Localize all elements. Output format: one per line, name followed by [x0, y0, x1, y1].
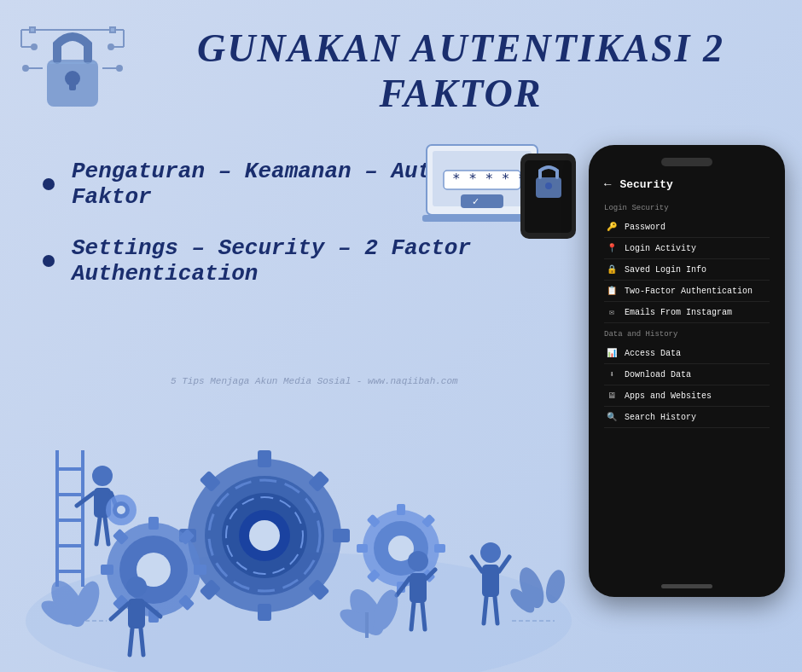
phone-mockup: ← Security Login Security 🔑 Password 📍 L…: [589, 145, 793, 605]
svg-point-3: [32, 44, 37, 49]
gear-people-illustration: [0, 382, 597, 672]
svg-rect-90: [410, 573, 427, 603]
menu-item-password[interactable]: 🔑 Password: [604, 217, 770, 238]
section-data-history: Data and History: [604, 330, 770, 339]
svg-point-11: [117, 66, 122, 71]
menu-item-two-factor[interactable]: 📋 Two-Factor Authentication: [604, 281, 770, 302]
svg-rect-69: [55, 467, 84, 471]
lock-icon-container: [17, 17, 137, 128]
svg-point-83: [126, 576, 147, 597]
svg-rect-61: [357, 544, 368, 553]
login-activity-icon: 📍: [606, 242, 618, 254]
main-title: GUNAKAN AUTENTIKASI 2 FAKTOR: [26, 26, 776, 116]
svg-point-9: [23, 66, 28, 71]
svg-point-34: [249, 520, 280, 551]
svg-line-88: [141, 629, 143, 655]
phone-home-bar: [661, 584, 712, 588]
svg-line-79: [105, 518, 108, 544]
svg-rect-12: [30, 27, 35, 32]
svg-point-7: [108, 44, 113, 49]
illustration-area: [0, 382, 597, 672]
download-data-icon: ⬇: [606, 368, 618, 380]
two-factor-icon: 📋: [606, 285, 618, 297]
back-arrow-icon[interactable]: ←: [604, 177, 611, 191]
svg-text:✓: ✓: [472, 196, 479, 206]
search-history-icon: 🔍: [606, 411, 618, 423]
svg-line-94: [422, 603, 425, 629]
menu-item-apps-websites[interactable]: 🖥 Apps and Websites: [604, 385, 770, 407]
section-login-security: Login Security: [604, 204, 770, 212]
svg-rect-84: [128, 599, 145, 629]
svg-rect-35: [258, 450, 271, 467]
svg-point-82: [117, 506, 125, 514]
phone-header: ← Security: [604, 177, 770, 195]
access-data-icon: 📊: [606, 347, 618, 359]
svg-rect-71: [55, 518, 84, 522]
svg-rect-59: [397, 504, 405, 515]
menu-item-search-history[interactable]: 🔍 Search History: [604, 407, 770, 428]
lock-circuit-icon: [17, 17, 128, 119]
svg-rect-51: [194, 565, 206, 575]
svg-rect-16: [69, 78, 76, 90]
svg-rect-38: [333, 529, 350, 542]
password-icon: 🔑: [606, 221, 618, 233]
phone-screen-title: Security: [619, 178, 672, 191]
svg-rect-96: [482, 565, 499, 597]
bullet-dot-2: [43, 255, 55, 267]
main-container: GUNAKAN AUTENTIKASI 2 FAKTOR * * * * * ✓: [0, 0, 802, 672]
svg-line-93: [411, 603, 414, 629]
svg-rect-22: [461, 194, 503, 208]
svg-rect-72: [55, 544, 84, 547]
phone-notch: [661, 158, 712, 166]
phone-screen: ← Security Login Security 🔑 Password 📍 L…: [597, 173, 776, 574]
svg-text:* * * * *: * * * * *: [452, 171, 526, 187]
svg-line-100: [495, 597, 497, 623]
menu-item-saved-login[interactable]: 🔒 Saved Login Info: [604, 259, 770, 281]
svg-rect-70: [55, 493, 84, 496]
bullet-item-2: Settings – Security – 2 Factor Authentic…: [43, 235, 606, 287]
saved-login-icon: 🔒: [606, 264, 618, 275]
svg-rect-73: [55, 570, 84, 573]
svg-point-95: [480, 542, 501, 563]
menu-item-access-data[interactable]: 📊 Access Data: [604, 343, 770, 364]
svg-line-98: [499, 557, 509, 571]
apps-websites-icon: 🖥: [606, 390, 618, 402]
bullet-dot-1: [43, 178, 55, 190]
svg-rect-62: [434, 544, 445, 553]
svg-rect-48: [148, 517, 159, 530]
svg-rect-50: [101, 565, 113, 575]
menu-item-login-activity[interactable]: 📍 Login Activity: [604, 238, 770, 259]
emails-icon: ✉: [606, 306, 618, 318]
svg-rect-107: [365, 612, 369, 638]
device-illustration: * * * * * ✓: [422, 128, 584, 239]
svg-line-99: [484, 597, 486, 623]
svg-rect-36: [258, 604, 271, 621]
menu-item-emails[interactable]: ✉ Emails From Instagram: [604, 302, 770, 323]
svg-rect-13: [110, 27, 115, 32]
menu-item-download-data[interactable]: ⬇ Download Data: [604, 364, 770, 385]
bullet-text-2: Settings – Security – 2 Factor Authentic…: [72, 235, 606, 287]
svg-point-89: [408, 551, 428, 571]
svg-line-87: [130, 629, 132, 655]
svg-point-74: [92, 466, 113, 486]
svg-rect-17: [49, 62, 96, 64]
svg-line-78: [96, 518, 100, 544]
svg-point-28: [545, 182, 552, 189]
